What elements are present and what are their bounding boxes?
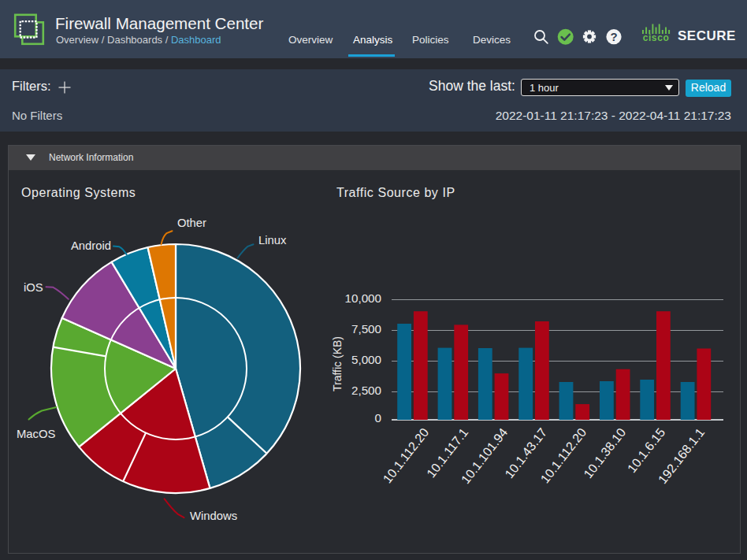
svg-text:iOS: iOS [24,281,43,294]
svg-text:?: ? [610,30,617,43]
svg-text:MacOS: MacOS [17,428,55,440]
svg-text:10,000: 10,000 [345,291,381,305]
svg-text:2,500: 2,500 [351,384,381,397]
svg-text:Other: Other [177,217,206,229]
svg-text:5,000: 5,000 [351,353,381,366]
svg-text:0: 0 [375,411,381,425]
svg-text:10.1.6.15: 10.1.6.15 [625,425,668,475]
svg-text:10.1.112.20: 10.1.112.20 [381,425,432,485]
svg-text:7,500: 7,500 [351,322,381,336]
svg-text:Traffic (KB): Traffic (KB) [331,336,344,391]
svg-text:SECURE: SECURE [678,28,736,42]
svg-text:cisco: cisco [643,32,670,42]
svg-text:Android: Android [71,239,111,252]
svg-text:Windows: Windows [190,510,237,522]
svg-text:Linux: Linux [258,234,287,247]
